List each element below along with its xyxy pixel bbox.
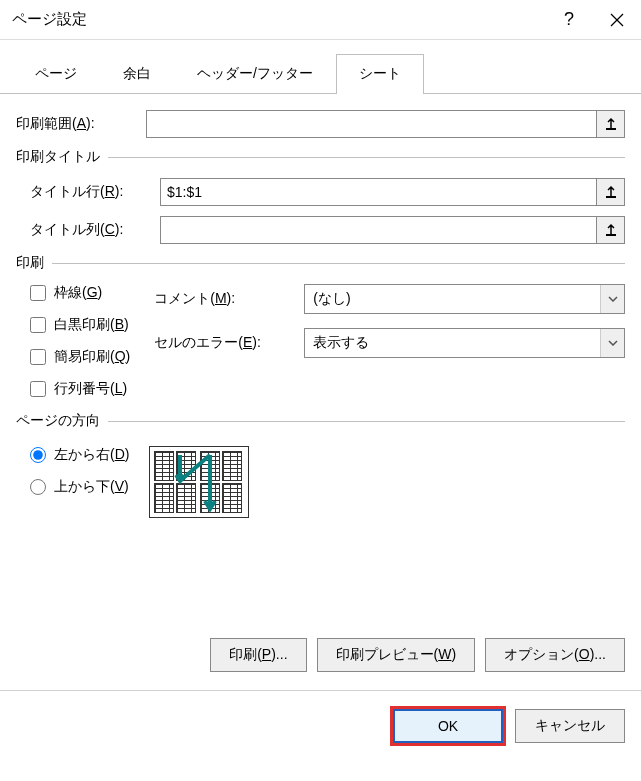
print-group: 印刷 — [16, 254, 625, 272]
titlebar: ページ設定 ? — [0, 0, 641, 40]
collapse-icon — [605, 185, 617, 199]
help-button[interactable]: ? — [545, 0, 593, 40]
draft-checkbox[interactable] — [30, 349, 46, 365]
draft-label: 簡易印刷(Q) — [54, 348, 130, 366]
title-col-ref-button[interactable] — [597, 216, 625, 244]
svg-rect-3 — [606, 196, 616, 198]
cancel-button[interactable]: キャンセル — [515, 709, 625, 743]
title-col-label: タイトル列(C): — [30, 221, 160, 239]
gridlines-label: 枠線(G) — [54, 284, 102, 302]
order-ttb-input[interactable] — [30, 479, 46, 495]
comments-arrow[interactable] — [600, 285, 624, 313]
print-checkboxes: 枠線(G) 白黒印刷(B) 簡易印刷(Q) 行列番号(L) — [30, 284, 130, 398]
title-col-input[interactable] — [160, 216, 597, 244]
collapse-icon — [605, 117, 617, 131]
print-title-group: 印刷タイトル — [16, 148, 625, 166]
gridlines-check[interactable]: 枠線(G) — [30, 284, 130, 302]
order-ltr-input[interactable] — [30, 447, 46, 463]
chevron-down-icon — [608, 340, 618, 346]
chevron-down-icon — [608, 296, 618, 302]
tab-sheet[interactable]: シート — [336, 54, 424, 93]
errors-value: 表示する — [305, 334, 600, 352]
errors-label: セルのエラー(E): — [154, 334, 304, 352]
order-ttb-radio[interactable]: 上から下(V) — [30, 478, 129, 496]
bw-label: 白黒印刷(B) — [54, 316, 129, 334]
draft-check[interactable]: 簡易印刷(Q) — [30, 348, 130, 366]
tab-page[interactable]: ページ — [12, 54, 100, 93]
order-ttb-label: 上から下(V) — [54, 478, 129, 496]
comments-label: コメント(M): — [154, 290, 304, 308]
comments-select[interactable]: (なし) — [304, 284, 625, 314]
rowcol-checkbox[interactable] — [30, 381, 46, 397]
collapse-icon — [605, 223, 617, 237]
divider — [0, 690, 641, 691]
window-title: ページ設定 — [12, 10, 545, 29]
svg-rect-4 — [606, 234, 616, 236]
print-range-label: 印刷範囲(A): — [16, 115, 146, 133]
close-icon — [610, 13, 624, 27]
tab-bar: ページ 余白 ヘッダー/フッター シート — [0, 40, 641, 94]
gridlines-checkbox[interactable] — [30, 285, 46, 301]
order-ltr-radio[interactable]: 左から右(D) — [30, 446, 129, 464]
title-row-label: タイトル行(R): — [30, 183, 160, 201]
print-range-input[interactable] — [146, 110, 597, 138]
rowcol-label: 行列番号(L) — [54, 380, 127, 398]
content: 印刷範囲(A): 印刷タイトル タイトル行(R): タイトル列(C): — [0, 94, 641, 518]
errors-arrow[interactable] — [600, 329, 624, 357]
comments-value: (なし) — [305, 290, 600, 308]
order-ltr-label: 左から右(D) — [54, 446, 129, 464]
preview-button[interactable]: 印刷プレビュー(W) — [317, 638, 476, 672]
print-range-ref-button[interactable] — [597, 110, 625, 138]
page-order-icon — [149, 446, 249, 518]
svg-rect-2 — [606, 128, 616, 130]
close-button[interactable] — [593, 0, 641, 40]
errors-select[interactable]: 表示する — [304, 328, 625, 358]
bw-checkbox[interactable] — [30, 317, 46, 333]
page-order-group: ページの方向 — [16, 412, 625, 430]
title-row-ref-button[interactable] — [597, 178, 625, 206]
print-button[interactable]: 印刷(P)... — [210, 638, 306, 672]
tab-header-footer[interactable]: ヘッダー/フッター — [174, 54, 336, 93]
ok-button[interactable]: OK — [393, 709, 503, 743]
options-button[interactable]: オプション(O)... — [485, 638, 625, 672]
rowcol-check[interactable]: 行列番号(L) — [30, 380, 130, 398]
bw-check[interactable]: 白黒印刷(B) — [30, 316, 130, 334]
title-row-input[interactable] — [160, 178, 597, 206]
tab-margins[interactable]: 余白 — [100, 54, 174, 93]
